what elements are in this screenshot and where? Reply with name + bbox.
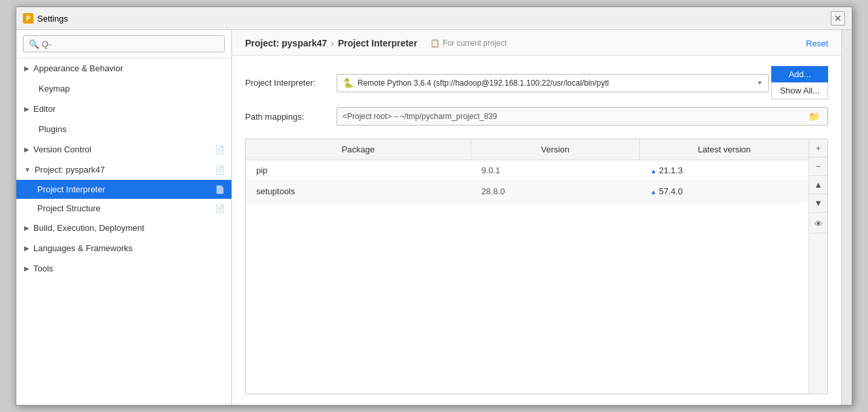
- upgrade-arrow-icon: ▲: [650, 188, 657, 196]
- interpreter-select[interactable]: 🐍 Remote Python 3.6.4 (sftp://hadoop@192…: [337, 74, 769, 92]
- search-box: 🔍: [16, 30, 231, 58]
- cell-latest-1: ▲ 57.4.0: [640, 181, 809, 202]
- table-row: pip 9.0.1 ▲ 21.1.3: [246, 160, 809, 181]
- cell-version-1: 28.8.0: [471, 181, 639, 202]
- app-icon: P: [23, 13, 33, 24]
- cell-package-1: setuptools: [246, 181, 471, 202]
- search-container[interactable]: 🔍: [23, 35, 225, 52]
- for-project-icon: 📋: [430, 39, 440, 48]
- latest-value: 57.4.0: [659, 186, 682, 196]
- packages-section: Package Version Latest version: [245, 139, 828, 394]
- scroll-down-button[interactable]: ▼: [809, 194, 827, 213]
- expand-arrow-icon: ▼: [24, 166, 31, 173]
- scroll-up-button[interactable]: ▲: [809, 176, 827, 194]
- latest-value: 21.1.3: [659, 165, 682, 175]
- add-package-button[interactable]: +: [809, 139, 827, 158]
- breadcrumb-current: Project Interpreter: [338, 38, 417, 48]
- table-side-buttons: + − ▲ ▼ 👁: [809, 139, 827, 394]
- project-icon: 📄: [215, 165, 225, 175]
- add-button[interactable]: Add...: [771, 66, 828, 82]
- cell-latest-0: ▲ 21.1.3: [640, 160, 809, 181]
- breadcrumb: Project: pyspark47 › Project Interpreter: [245, 38, 417, 48]
- col-latest: Latest version: [640, 139, 809, 160]
- path-mappings-row: Path mappings: <Project root>→~/tmp/pych…: [245, 107, 828, 126]
- interpreter-value: Remote Python 3.6.4 (sftp://hadoop@192.1…: [358, 78, 752, 88]
- col-package: Package: [246, 139, 471, 160]
- search-input[interactable]: [42, 39, 219, 49]
- window-title: Settings: [37, 14, 68, 24]
- sidebar-item-label: Plugins: [39, 124, 67, 134]
- sidebar-item-plugins[interactable]: Plugins: [16, 119, 231, 139]
- for-project-text: For current project: [442, 39, 507, 48]
- right-scrollbar: [841, 30, 852, 405]
- sidebar-item-label: Languages & Frameworks: [33, 243, 133, 253]
- sidebar-item-keymap[interactable]: Keymap: [16, 78, 231, 99]
- sidebar-item-label: Version Control: [33, 145, 92, 154]
- sidebar-item-project-interpreter[interactable]: Project Interpreter 📄: [16, 180, 231, 199]
- sidebar-item-label: Keymap: [39, 84, 70, 94]
- main-content: Project: pyspark47 › Project Interpreter…: [232, 30, 841, 405]
- sidebar-item-build-execution[interactable]: ▶ Build, Execution, Deployment: [16, 218, 231, 238]
- structure-icon: 📄: [215, 204, 225, 213]
- sidebar: 🔍 ▶ Appearance & Behavior Keymap ▶ Edito…: [16, 30, 232, 405]
- path-mappings-label: Path mappings:: [245, 112, 337, 122]
- upgrade-arrow-icon: ▲: [650, 167, 657, 175]
- nav-items: ▶ Appearance & Behavior Keymap ▶ Editor …: [16, 58, 231, 405]
- sidebar-item-label: Project Interpreter: [37, 184, 105, 194]
- sidebar-item-tools[interactable]: ▶ Tools: [16, 258, 231, 279]
- expand-arrow-icon: ▶: [24, 105, 29, 112]
- sidebar-item-label: Project: pyspark47: [35, 165, 105, 175]
- expand-arrow-icon: ▶: [24, 65, 29, 72]
- search-icon: 🔍: [29, 39, 39, 49]
- path-mappings-value: <Project root>→~/tmp/pycharm_project_839: [342, 112, 497, 121]
- title-bar-left: P Settings: [23, 13, 68, 24]
- python-icon: 🐍: [342, 78, 354, 88]
- sidebar-item-project-structure[interactable]: Project Structure 📄: [16, 199, 231, 218]
- expand-arrow-icon: ▶: [24, 224, 29, 232]
- for-project-info: 📋 For current project: [430, 39, 507, 48]
- add-dropdown-container: Add... Show All...: [771, 66, 828, 99]
- breadcrumb-separator: ›: [331, 38, 334, 48]
- path-mappings-field[interactable]: <Project root>→~/tmp/pycharm_project_839…: [337, 107, 828, 126]
- col-version: Version: [471, 139, 639, 160]
- header-middle: Project: pyspark47 › Project Interpreter…: [245, 38, 806, 48]
- table-body: pip 9.0.1 ▲ 21.1.3 setuptools: [246, 160, 809, 202]
- expand-arrow-icon: ▶: [24, 265, 29, 272]
- sidebar-item-languages-frameworks[interactable]: ▶ Languages & Frameworks: [16, 238, 231, 258]
- sidebar-item-version-control[interactable]: ▶ Version Control 📄: [16, 139, 231, 160]
- table-wrapper: Package Version Latest version: [246, 139, 827, 394]
- reset-button[interactable]: Reset: [806, 39, 828, 48]
- interpreter-row: Project Interpreter: 🐍 Remote Python 3.6…: [245, 66, 828, 99]
- table-row: setuptools 28.8.0 ▲ 57.4.0: [246, 181, 809, 202]
- inspect-button[interactable]: 👁: [809, 215, 827, 233]
- sidebar-item-editor[interactable]: ▶ Editor: [16, 99, 231, 119]
- packages-table: Package Version Latest version: [246, 139, 809, 394]
- title-bar: P Settings ✕: [16, 7, 852, 30]
- cell-version-0: 9.0.1: [471, 160, 639, 181]
- sidebar-item-project-pyspark47[interactable]: ▼ Project: pyspark47 📄: [16, 160, 231, 180]
- sidebar-item-appearance[interactable]: ▶ Appearance & Behavior: [16, 58, 231, 78]
- breadcrumb-project: Project: pyspark47: [245, 38, 327, 48]
- table-header: Package Version Latest version: [246, 139, 809, 160]
- sidebar-item-label: Build, Execution, Deployment: [33, 223, 144, 233]
- expand-arrow-icon: ▶: [24, 146, 29, 153]
- folder-icon[interactable]: 📁: [806, 110, 822, 123]
- sidebar-item-label: Editor: [33, 104, 56, 114]
- dropdown-arrow-icon: ▼: [756, 79, 763, 86]
- cell-package-0: pip: [246, 160, 471, 181]
- show-all-button[interactable]: Show All...: [771, 82, 828, 99]
- interpreter-icon: 📄: [215, 185, 225, 194]
- close-button[interactable]: ✕: [831, 11, 845, 26]
- sidebar-item-label: Tools: [33, 264, 53, 273]
- interpreter-label: Project Interpreter:: [245, 78, 337, 88]
- settings-window: P Settings ✕ 🔍 ▶ Appearance & Behavior: [16, 7, 852, 405]
- sidebar-item-label: Project Structure: [37, 203, 101, 213]
- scrollbar-thumb[interactable]: [1, 3, 10, 29]
- sidebar-item-label: Appearance & Behavior: [33, 63, 123, 73]
- table-header-row: Package Version Latest version: [246, 139, 809, 160]
- window-body: 🔍 ▶ Appearance & Behavior Keymap ▶ Edito…: [16, 30, 852, 405]
- content-area: Project Interpreter: 🐍 Remote Python 3.6…: [232, 56, 841, 405]
- content-header: Project: pyspark47 › Project Interpreter…: [232, 30, 841, 56]
- version-control-icon: 📄: [215, 145, 225, 154]
- remove-package-button[interactable]: −: [809, 158, 827, 176]
